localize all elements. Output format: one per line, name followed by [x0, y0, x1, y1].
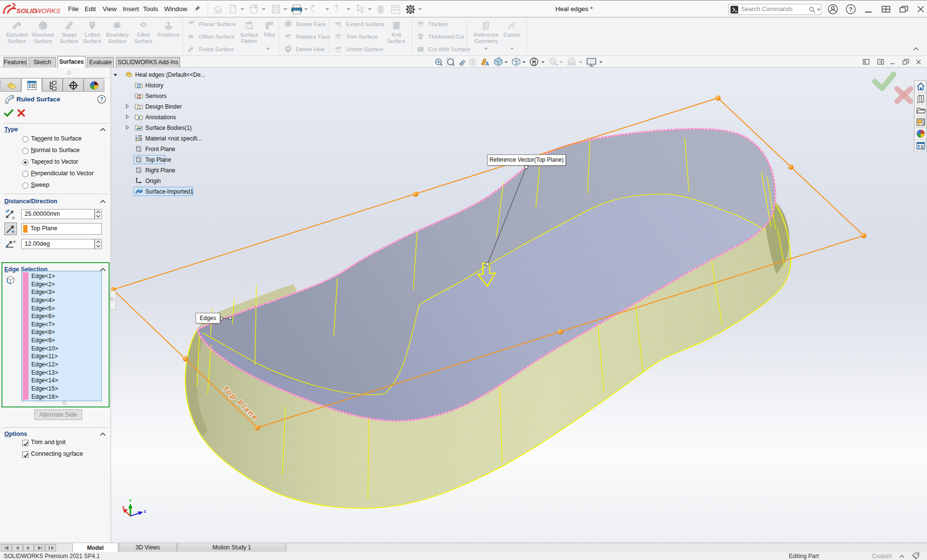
svg-text:SOLID: SOLID — [16, 7, 37, 14]
svg-text:x: x — [122, 504, 125, 509]
svg-text:?: ? — [100, 96, 103, 103]
svg-text:Y: Y — [129, 498, 132, 503]
svg-text:A: A — [13, 239, 16, 244]
svg-text:D: D — [12, 216, 15, 220]
svg-text:A: A — [485, 61, 489, 67]
svg-text:A: A — [137, 115, 140, 120]
svg-text:WORKS: WORKS — [35, 7, 60, 14]
svg-text:z: z — [144, 508, 146, 514]
svg-text:?: ? — [849, 6, 853, 13]
